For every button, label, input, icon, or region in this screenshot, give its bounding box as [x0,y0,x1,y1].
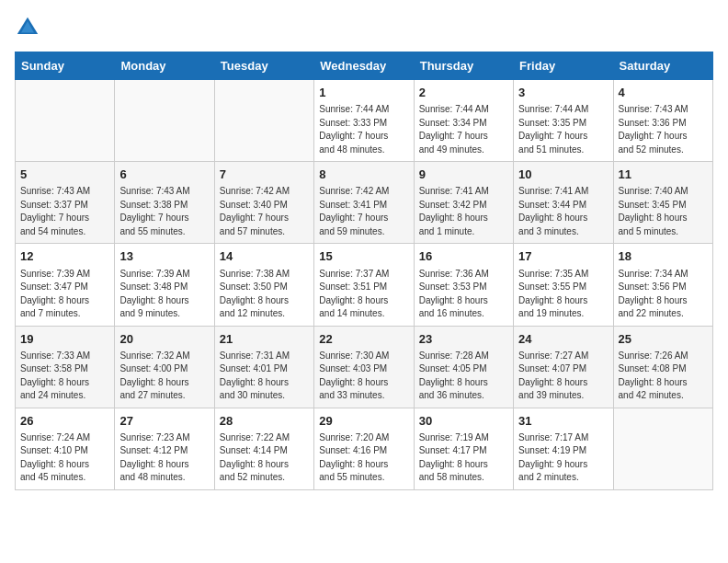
day-info: Sunrise: 7:38 AM Sunset: 3:50 PM Dayligh… [220,268,309,321]
day-info: Sunrise: 7:42 AM Sunset: 3:40 PM Dayligh… [220,185,309,238]
calendar-cell [613,408,712,489]
calendar-cell: 26Sunrise: 7:24 AM Sunset: 4:10 PM Dayli… [16,408,115,489]
day-info: Sunrise: 7:39 AM Sunset: 3:47 PM Dayligh… [20,268,109,321]
day-info: Sunrise: 7:43 AM Sunset: 3:37 PM Dayligh… [20,185,109,238]
day-info: Sunrise: 7:31 AM Sunset: 4:01 PM Dayligh… [220,350,309,403]
day-number: 29 [319,413,408,430]
day-number: 5 [20,167,109,183]
day-number: 13 [119,248,209,265]
day-info: Sunrise: 7:40 AM Sunset: 3:45 PM Dayligh… [619,185,708,238]
day-number: 11 [619,167,708,183]
calendar-cell: 13Sunrise: 7:39 AM Sunset: 3:48 PM Dayli… [115,244,214,326]
weekday-header-row: SundayMondayTuesdayWednesdayThursdayFrid… [16,52,713,80]
day-number: 16 [419,248,508,265]
weekday-tuesday: Tuesday [214,52,313,80]
calendar-table: SundayMondayTuesdayWednesdayThursdayFrid… [15,52,713,490]
weekday-saturday: Saturday [613,52,712,80]
day-info: Sunrise: 7:35 AM Sunset: 3:55 PM Dayligh… [518,268,608,321]
day-number: 21 [220,331,309,348]
calendar-cell: 5Sunrise: 7:43 AM Sunset: 3:37 PM Daylig… [16,162,115,244]
weekday-monday: Monday [115,52,214,80]
calendar-cell: 15Sunrise: 7:37 AM Sunset: 3:51 PM Dayli… [314,244,414,326]
day-number: 9 [419,167,508,183]
day-info: Sunrise: 7:28 AM Sunset: 4:05 PM Dayligh… [419,350,508,403]
calendar-cell: 1Sunrise: 7:44 AM Sunset: 3:33 PM Daylig… [314,80,414,162]
logo [15,15,46,40]
calendar-cell: 27Sunrise: 7:23 AM Sunset: 4:12 PM Dayli… [115,408,214,489]
header [15,15,713,40]
calendar-cell: 30Sunrise: 7:19 AM Sunset: 4:17 PM Dayli… [414,408,513,489]
weekday-wednesday: Wednesday [314,52,414,80]
day-info: Sunrise: 7:44 AM Sunset: 3:35 PM Dayligh… [518,103,608,156]
day-number: 24 [518,331,608,348]
calendar-cell: 11Sunrise: 7:40 AM Sunset: 3:45 PM Dayli… [613,162,712,244]
week-row-1: 1Sunrise: 7:44 AM Sunset: 3:33 PM Daylig… [16,80,713,162]
day-info: Sunrise: 7:39 AM Sunset: 3:48 PM Dayligh… [119,268,209,321]
calendar-cell: 16Sunrise: 7:36 AM Sunset: 3:53 PM Dayli… [414,244,513,326]
day-info: Sunrise: 7:43 AM Sunset: 3:36 PM Dayligh… [619,103,708,156]
day-number: 8 [319,167,408,183]
day-number: 6 [119,167,209,183]
calendar-cell: 21Sunrise: 7:31 AM Sunset: 4:01 PM Dayli… [214,326,313,408]
day-info: Sunrise: 7:24 AM Sunset: 4:10 PM Dayligh… [20,431,109,485]
day-number: 18 [619,248,708,265]
weekday-thursday: Thursday [414,52,513,80]
calendar-cell: 25Sunrise: 7:26 AM Sunset: 4:08 PM Dayli… [613,326,712,408]
day-number: 10 [518,167,608,183]
day-info: Sunrise: 7:41 AM Sunset: 3:42 PM Dayligh… [419,185,508,238]
day-info: Sunrise: 7:22 AM Sunset: 4:14 PM Dayligh… [220,431,309,485]
day-number: 28 [220,413,309,430]
day-number: 3 [518,85,608,101]
day-info: Sunrise: 7:17 AM Sunset: 4:19 PM Dayligh… [518,431,608,485]
calendar-cell: 22Sunrise: 7:30 AM Sunset: 4:03 PM Dayli… [314,326,414,408]
week-row-4: 19Sunrise: 7:33 AM Sunset: 3:58 PM Dayli… [16,326,713,408]
day-info: Sunrise: 7:43 AM Sunset: 3:38 PM Dayligh… [119,185,209,238]
day-info: Sunrise: 7:27 AM Sunset: 4:07 PM Dayligh… [518,350,608,403]
week-row-3: 12Sunrise: 7:39 AM Sunset: 3:47 PM Dayli… [16,244,713,326]
calendar-cell: 28Sunrise: 7:22 AM Sunset: 4:14 PM Dayli… [214,408,313,489]
calendar-cell: 8Sunrise: 7:42 AM Sunset: 3:41 PM Daylig… [314,162,414,244]
calendar-cell: 4Sunrise: 7:43 AM Sunset: 3:36 PM Daylig… [613,80,712,162]
day-number: 17 [518,248,608,265]
calendar-cell: 9Sunrise: 7:41 AM Sunset: 3:42 PM Daylig… [414,162,513,244]
weekday-sunday: Sunday [16,52,115,80]
week-row-2: 5Sunrise: 7:43 AM Sunset: 3:37 PM Daylig… [16,162,713,244]
day-number: 22 [319,331,408,348]
day-info: Sunrise: 7:30 AM Sunset: 4:03 PM Dayligh… [319,350,408,403]
day-info: Sunrise: 7:34 AM Sunset: 3:56 PM Dayligh… [619,268,708,321]
calendar-cell: 2Sunrise: 7:44 AM Sunset: 3:34 PM Daylig… [414,80,513,162]
calendar-cell: 24Sunrise: 7:27 AM Sunset: 4:07 PM Dayli… [514,326,613,408]
calendar-body: 1Sunrise: 7:44 AM Sunset: 3:33 PM Daylig… [16,80,713,490]
day-number: 15 [319,248,408,265]
day-number: 27 [119,413,209,430]
calendar-cell: 29Sunrise: 7:20 AM Sunset: 4:16 PM Dayli… [314,408,414,489]
day-info: Sunrise: 7:20 AM Sunset: 4:16 PM Dayligh… [319,431,408,485]
calendar-cell: 20Sunrise: 7:32 AM Sunset: 4:00 PM Dayli… [115,326,214,408]
day-number: 1 [319,85,408,101]
week-row-5: 26Sunrise: 7:24 AM Sunset: 4:10 PM Dayli… [16,408,713,489]
day-info: Sunrise: 7:44 AM Sunset: 3:33 PM Dayligh… [319,103,408,156]
day-info: Sunrise: 7:42 AM Sunset: 3:41 PM Dayligh… [319,185,408,238]
calendar-cell: 3Sunrise: 7:44 AM Sunset: 3:35 PM Daylig… [514,80,613,162]
calendar-cell: 18Sunrise: 7:34 AM Sunset: 3:56 PM Dayli… [613,244,712,326]
day-info: Sunrise: 7:19 AM Sunset: 4:17 PM Dayligh… [419,431,508,485]
logo-icon [15,15,40,40]
day-number: 14 [220,248,309,265]
calendar-cell [16,80,115,162]
day-info: Sunrise: 7:33 AM Sunset: 3:58 PM Dayligh… [20,350,109,403]
day-info: Sunrise: 7:41 AM Sunset: 3:44 PM Dayligh… [518,185,608,238]
day-info: Sunrise: 7:44 AM Sunset: 3:34 PM Dayligh… [419,103,508,156]
calendar-cell [115,80,214,162]
day-number: 4 [619,85,708,101]
calendar-cell: 10Sunrise: 7:41 AM Sunset: 3:44 PM Dayli… [514,162,613,244]
day-number: 31 [518,413,608,430]
day-info: Sunrise: 7:36 AM Sunset: 3:53 PM Dayligh… [419,268,508,321]
day-number: 2 [419,85,508,101]
calendar-cell: 31Sunrise: 7:17 AM Sunset: 4:19 PM Dayli… [514,408,613,489]
calendar-cell: 14Sunrise: 7:38 AM Sunset: 3:50 PM Dayli… [214,244,313,326]
calendar-cell [214,80,313,162]
calendar-cell: 17Sunrise: 7:35 AM Sunset: 3:55 PM Dayli… [514,244,613,326]
weekday-friday: Friday [514,52,613,80]
day-info: Sunrise: 7:26 AM Sunset: 4:08 PM Dayligh… [619,350,708,403]
day-number: 12 [20,248,109,265]
